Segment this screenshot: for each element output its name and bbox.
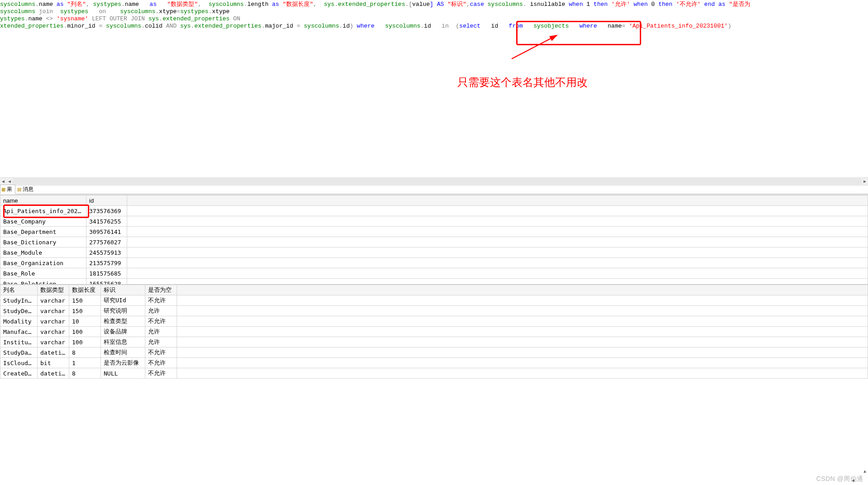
table-row[interactable]: StudyIn...varchar150研究UId不允许 bbox=[0, 295, 868, 306]
table-row[interactable]: Base_Dictionary277576027 bbox=[0, 237, 868, 247]
sql-token: syscolumns bbox=[120, 8, 155, 15]
grid2-cell[interactable]: 不允许 bbox=[145, 316, 177, 327]
grid2-cell[interactable]: varchar bbox=[38, 306, 69, 316]
table-row[interactable]: CreateDatedatetime8NULL不允许 bbox=[0, 368, 868, 379]
grid2-cell[interactable]: 科室信息 bbox=[101, 337, 145, 347]
grid2-cell[interactable]: 允许 bbox=[145, 337, 177, 347]
grid1-cell-id[interactable]: 309576141 bbox=[86, 227, 127, 237]
grid2-cell[interactable]: 100 bbox=[69, 327, 101, 337]
tab-0[interactable]: ▦果 bbox=[0, 185, 15, 194]
grid2-cell[interactable]: 检查时间 bbox=[101, 347, 145, 358]
table-row[interactable]: Manufac...varchar100设备品牌允许 bbox=[0, 327, 868, 337]
sql-token: ) bbox=[728, 23, 731, 29]
grid2-cell[interactable]: Institu... bbox=[0, 337, 38, 347]
grid2-cell[interactable]: varchar bbox=[38, 316, 69, 327]
table-row[interactable]: Base_RoleAction165575628 bbox=[0, 279, 868, 285]
grid1-cell-name[interactable]: Base_RoleAction bbox=[0, 279, 86, 285]
grid2-cell[interactable]: 1 bbox=[69, 358, 101, 368]
grid2-cell[interactable]: StudyDate bbox=[0, 347, 38, 358]
table-row[interactable]: Api_Patients_info_20231001373576369 bbox=[0, 206, 868, 216]
grid2-header[interactable]: 是否为空 bbox=[145, 285, 177, 295]
grid1-cell-id[interactable]: 341576255 bbox=[86, 216, 127, 227]
grid2-cell[interactable]: StudyDe... bbox=[0, 306, 38, 316]
tab-1[interactable]: ▤消息 bbox=[16, 185, 36, 194]
grid2-cell[interactable]: 不允许 bbox=[145, 347, 177, 358]
grid2-cell[interactable]: CreateDate bbox=[0, 368, 38, 379]
scroll-right-icon[interactable]: ▶ bbox=[862, 178, 868, 185]
grid2-cell[interactable]: 允许 bbox=[145, 306, 177, 316]
sql-token: 'sysname' bbox=[57, 15, 88, 22]
grid1-header[interactable]: name bbox=[0, 195, 86, 206]
grid2-cell[interactable]: 150 bbox=[69, 295, 101, 306]
grid2-cell[interactable]: varchar bbox=[38, 327, 69, 337]
grid1-cell-name[interactable]: Base_Department bbox=[0, 227, 86, 237]
grid2-cell[interactable]: varchar bbox=[38, 337, 69, 347]
table-row[interactable]: Base_Company341576255 bbox=[0, 216, 868, 227]
table-row[interactable]: StudyDe...varchar150研究说明允许 bbox=[0, 306, 868, 316]
grid2-cell[interactable]: datetime bbox=[38, 347, 69, 358]
grid2-cell[interactable]: 100 bbox=[69, 337, 101, 347]
scroll-up-icon[interactable]: ▲ bbox=[863, 469, 866, 474]
table-row[interactable]: StudyDatedatetime8检查时间不允许 bbox=[0, 347, 868, 358]
grid2-cell[interactable]: NULL bbox=[101, 368, 145, 379]
scroll-left2-icon[interactable]: ◀ bbox=[6, 178, 13, 185]
grid2-cell[interactable]: varchar bbox=[38, 295, 69, 306]
grid2-cell[interactable]: 不允许 bbox=[145, 358, 177, 368]
sql-token: value bbox=[412, 1, 430, 8]
grid2-cell[interactable]: 10 bbox=[69, 316, 101, 327]
grid1-cell-name[interactable]: Base_Role bbox=[0, 268, 86, 279]
grid2-cell[interactable]: Manufac... bbox=[0, 327, 38, 337]
grid2-header[interactable]: 数据长度 bbox=[69, 285, 101, 295]
grid1-cell-id[interactable]: 277576027 bbox=[86, 237, 127, 247]
grid1-cell-id[interactable]: 373576369 bbox=[86, 206, 127, 216]
grid1-header[interactable]: id bbox=[86, 195, 127, 206]
table-row[interactable]: Base_Organization213575799 bbox=[0, 258, 868, 268]
grid2-cell[interactable]: 8 bbox=[69, 347, 101, 358]
grid2-cell[interactable]: 150 bbox=[69, 306, 101, 316]
grid2-cell[interactable]: bit bbox=[38, 358, 69, 368]
grid2-cell[interactable]: 不允许 bbox=[145, 295, 177, 306]
grid1-cell-name[interactable]: Base_Company bbox=[0, 216, 86, 227]
grid1-cell-id[interactable]: 245575913 bbox=[86, 247, 127, 258]
result-grid-sysobjects[interactable]: nameidApi_Patients_info_2023100137357636… bbox=[0, 195, 868, 285]
sql-token: , bbox=[86, 1, 93, 8]
grid1-cell-id[interactable]: 213575799 bbox=[86, 258, 127, 268]
table-row[interactable]: Base_Department309576141 bbox=[0, 227, 868, 237]
grid2-cell[interactable]: IsCloud... bbox=[0, 358, 38, 368]
grid2-cell[interactable]: datetime bbox=[38, 368, 69, 379]
grid2-header[interactable]: 标识 bbox=[101, 285, 145, 295]
grid2-cell[interactable]: 8 bbox=[69, 368, 101, 379]
grid2-cell[interactable]: 是否为云影像 bbox=[101, 358, 145, 368]
grid1-cell-id[interactable]: 181575685 bbox=[86, 268, 127, 279]
grid2-cell[interactable]: 研究UId bbox=[101, 295, 145, 306]
grid2-cell[interactable]: 不允许 bbox=[145, 368, 177, 379]
table-row[interactable]: Base_Module245575913 bbox=[0, 247, 868, 258]
grid2-header[interactable]: 列名 bbox=[0, 285, 38, 295]
scroll-track[interactable] bbox=[13, 178, 862, 185]
sql-token: case bbox=[470, 1, 488, 8]
result-grid-columns[interactable]: 列名数据类型数据长度标识是否为空StudyIn...varchar150研究UI… bbox=[0, 284, 868, 485]
grid2-cell[interactable]: StudyIn... bbox=[0, 295, 38, 306]
grid2-cell[interactable]: 允许 bbox=[145, 327, 177, 337]
grid2-cell-blank bbox=[177, 337, 868, 347]
grid2-cell[interactable]: 检查类型 bbox=[101, 316, 145, 327]
scroll-left-icon[interactable]: ◀ bbox=[0, 178, 6, 185]
grid1-cell-name[interactable]: Base_Module bbox=[0, 247, 86, 258]
grid2-cell[interactable]: Modality bbox=[0, 316, 38, 327]
grid2-cell[interactable]: 设备品牌 bbox=[101, 327, 145, 337]
table-row[interactable]: Modalityvarchar10检查类型不允许 bbox=[0, 316, 868, 327]
sql-token: as bbox=[269, 1, 283, 8]
sql-token: xtype bbox=[159, 8, 177, 15]
sql-editor[interactable]: syscolumns.name as "列名", systypes.name a… bbox=[0, 0, 868, 35]
sql-token: "数据类型" bbox=[167, 1, 198, 8]
grid2-cell[interactable]: 研究说明 bbox=[101, 306, 145, 316]
grid2-header[interactable]: 数据类型 bbox=[38, 285, 69, 295]
grid1-cell-id[interactable]: 165575628 bbox=[86, 279, 127, 285]
grid1-cell-name[interactable]: Base_Dictionary bbox=[0, 237, 86, 247]
table-row[interactable]: IsCloud...bit1是否为云影像不允许 bbox=[0, 358, 868, 368]
table-row[interactable]: Institu...varchar100科室信息允许 bbox=[0, 337, 868, 347]
grid1-cell-name[interactable]: Base_Organization bbox=[0, 258, 86, 268]
table-row[interactable]: Base_Role181575685 bbox=[0, 268, 868, 279]
grid1-cell-name[interactable]: Api_Patients_info_20231001 bbox=[0, 206, 86, 216]
sql-token: "是否为 bbox=[729, 1, 750, 8]
